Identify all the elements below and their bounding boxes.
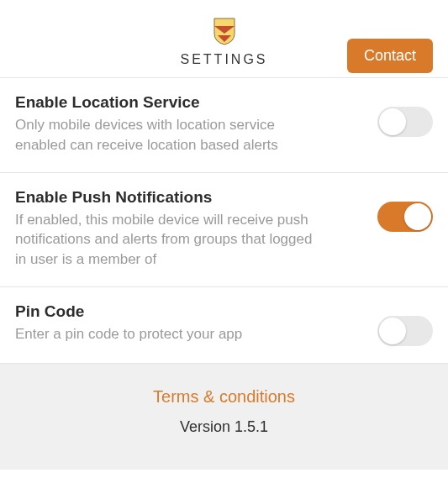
setting-title: Enable Location Service <box>15 93 326 112</box>
setting-text: Pin Code Enter a pin code to protect you… <box>15 302 326 344</box>
terms-conditions-link[interactable]: Terms & conditions <box>153 387 295 406</box>
location-service-toggle[interactable] <box>377 107 433 137</box>
setting-description: Only mobile devices with location servic… <box>15 115 326 155</box>
setting-push-notifications: Enable Push Notifications If enabled, th… <box>0 173 448 287</box>
push-notifications-toggle[interactable] <box>377 202 433 232</box>
setting-description: If enabled, this mobile device will rece… <box>15 210 326 270</box>
setting-pin-code: Pin Code Enter a pin code to protect you… <box>0 287 448 364</box>
setting-description: Enter a pin code to protect your app <box>15 324 326 344</box>
setting-title: Pin Code <box>15 302 326 321</box>
setting-title: Enable Push Notifications <box>15 188 326 207</box>
pin-code-toggle[interactable] <box>377 316 433 346</box>
settings-header: SETTINGS Contact <box>0 0 448 78</box>
contact-button[interactable]: Contact <box>347 39 433 73</box>
toggle-knob <box>379 318 406 344</box>
setting-text: Enable Push Notifications If enabled, th… <box>15 188 326 270</box>
version-label: Version 1.5.1 <box>0 418 448 436</box>
toggle-knob <box>404 203 431 230</box>
toggle-knob <box>379 108 406 135</box>
setting-text: Enable Location Service Only mobile devi… <box>15 93 326 155</box>
settings-footer: Terms & conditions Version 1.5.1 <box>0 364 448 470</box>
setting-location-service: Enable Location Service Only mobile devi… <box>0 78 448 173</box>
shield-crest-icon <box>213 17 236 45</box>
